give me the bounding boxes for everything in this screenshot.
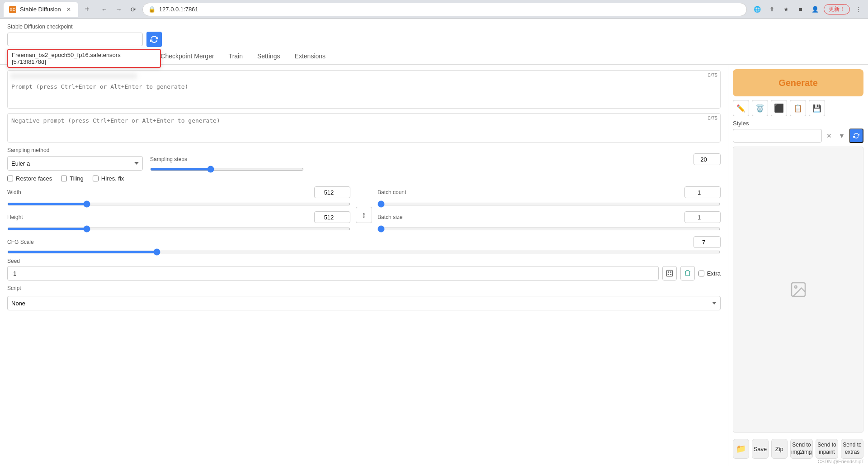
- tab-settings[interactable]: Settings: [250, 49, 288, 64]
- batch-size-group: Batch size: [377, 211, 721, 232]
- checkboxes-row: Restore faces Tiling Hires. fix: [7, 175, 721, 182]
- hires-fix-input[interactable]: [93, 176, 99, 181]
- height-slider[interactable]: [7, 228, 350, 230]
- send-extras-btn[interactable]: Send toextras: [841, 439, 863, 459]
- batch-group: Batch count Batch size: [377, 186, 721, 232]
- zip-btn[interactable]: Zip: [771, 439, 788, 459]
- forward-btn[interactable]: →: [113, 3, 125, 16]
- cfg-scale-input[interactable]: [693, 236, 721, 248]
- clipboard-btn[interactable]: 📋: [790, 100, 806, 116]
- svg-point-3: [668, 274, 669, 275]
- translate-btn[interactable]: 🌐: [751, 4, 763, 15]
- checkpoint-dropdown: Freeman_bs2_epoch50_fp16.safetensors [57…: [7, 33, 143, 46]
- restore-faces-label: Restore faces: [16, 175, 52, 182]
- reload-btn[interactable]: ⟳: [127, 3, 140, 16]
- profile-btn[interactable]: 👤: [809, 4, 821, 15]
- extensions-btn[interactable]: ■: [795, 4, 807, 15]
- styles-label: Styles: [733, 120, 863, 127]
- cfg-scale-slider[interactable]: [7, 251, 721, 253]
- menu-btn[interactable]: ⋮: [853, 4, 864, 15]
- seed-recycle-btn[interactable]: [680, 266, 695, 281]
- restore-faces-input[interactable]: [7, 176, 13, 181]
- batch-count-slider[interactable]: [377, 203, 721, 205]
- wh-group: Width Height: [7, 186, 350, 232]
- tiling-label: Tiling: [70, 175, 84, 182]
- sampling-steps-group: Sampling steps: [150, 153, 721, 171]
- seed-dice-btn[interactable]: [662, 266, 677, 281]
- checkpoint-refresh-btn[interactable]: [146, 32, 162, 47]
- sampling-steps-slider[interactable]: [150, 168, 304, 171]
- bookmark-btn[interactable]: ★: [780, 4, 792, 15]
- blurred-hint: [10, 73, 137, 79]
- styles-section: Styles ✕ ▼: [733, 120, 863, 143]
- send-img2img-btn[interactable]: Send toimg2img: [790, 439, 813, 459]
- script-label: Script: [7, 285, 721, 291]
- styles-input[interactable]: [733, 129, 822, 143]
- tab-close-btn[interactable]: ✕: [65, 5, 73, 14]
- save-style-btn[interactable]: 💾: [809, 100, 825, 116]
- styles-dropdown-btn[interactable]: ▼: [836, 130, 847, 141]
- styles-clear-btn[interactable]: ✕: [824, 130, 835, 141]
- tiling-checkbox[interactable]: Tiling: [61, 175, 84, 182]
- height-group: Height: [7, 211, 350, 232]
- styles-row: ✕ ▼: [733, 128, 863, 143]
- address-text: 127.0.0.1:7861: [159, 6, 198, 13]
- negative-prompt-input[interactable]: [8, 114, 720, 141]
- prompt-counter: 0/75: [708, 72, 717, 78]
- negative-prompt-section: 0/75: [7, 113, 721, 143]
- extra-checkbox-input[interactable]: [698, 271, 704, 276]
- back-btn[interactable]: ←: [98, 3, 111, 16]
- hires-fix-checkbox[interactable]: Hires. fix: [93, 175, 124, 182]
- update-btn[interactable]: 更新！: [824, 4, 850, 14]
- width-slider[interactable]: [7, 203, 350, 205]
- address-bar[interactable]: 🔒 127.0.0.1:7861: [142, 3, 747, 16]
- tab-title: Stable Diffusion: [20, 6, 61, 13]
- tab-checkpoint-merger[interactable]: Checkpoint Merger: [153, 49, 221, 64]
- batch-count-group: Batch count: [377, 186, 721, 207]
- extra-label: Extra: [707, 270, 721, 277]
- script-section: Script None: [7, 285, 721, 310]
- checkpoint-row: Freeman_bs2_epoch50_fp16.safetensors [57…: [7, 32, 861, 47]
- seed-input[interactable]: [7, 266, 659, 281]
- send-inpaint-btn[interactable]: Send toinpaint: [816, 439, 838, 459]
- folder-btn[interactable]: 📁: [733, 439, 749, 459]
- extra-checkbox[interactable]: Extra: [698, 270, 721, 277]
- share-btn[interactable]: ⇧: [766, 4, 778, 15]
- checkpoint-select[interactable]: [7, 33, 143, 46]
- script-select[interactable]: None: [7, 296, 721, 310]
- red-btn[interactable]: ⬛: [771, 100, 787, 116]
- batch-size-input[interactable]: [684, 211, 721, 223]
- new-tab-btn[interactable]: +: [81, 3, 94, 16]
- restore-faces-checkbox[interactable]: Restore faces: [7, 175, 52, 182]
- trash-btn[interactable]: 🗑️: [752, 100, 768, 116]
- tiling-input[interactable]: [61, 176, 67, 181]
- generate-btn[interactable]: Generate: [733, 69, 863, 96]
- batch-size-slider[interactable]: [377, 228, 721, 230]
- batch-count-input[interactable]: [684, 186, 721, 198]
- tab-extensions[interactable]: Extensions: [288, 49, 333, 64]
- batch-count-label: Batch count: [377, 189, 406, 195]
- sampling-method-select[interactable]: Euler a: [7, 156, 143, 171]
- seed-row: Extra: [7, 266, 721, 281]
- positive-prompt-input[interactable]: [8, 80, 720, 107]
- sampling-method-label: Sampling method: [7, 147, 143, 153]
- swap-dimensions-btn[interactable]: ↕: [356, 207, 372, 223]
- checkpoint-highlight[interactable]: Freeman_bs2_epoch50_fp16.safetensors [57…: [7, 49, 161, 68]
- browser-chrome: SD Stable Diffusion ✕ + ← → ⟳ 🔒 127.0.0.…: [0, 0, 868, 19]
- sampling-row: Sampling method Euler a Sampling steps: [7, 147, 721, 171]
- steps-header: Sampling steps: [150, 153, 721, 165]
- pen-btn[interactable]: ✏️: [733, 100, 749, 116]
- svg-rect-0: [666, 270, 672, 276]
- sampling-steps-input[interactable]: [693, 153, 721, 165]
- save-btn[interactable]: Save: [752, 439, 768, 459]
- cfg-scale-group: CFG Scale: [7, 236, 721, 253]
- svg-point-4: [670, 274, 671, 275]
- browser-tab[interactable]: SD Stable Diffusion ✕: [4, 2, 78, 17]
- tab-train[interactable]: Train: [222, 49, 250, 64]
- sampling-method-group: Sampling method Euler a: [7, 147, 143, 171]
- browser-actions: 🌐 ⇧ ★ ■ 👤 更新！ ⋮: [751, 4, 864, 15]
- styles-refresh-btn[interactable]: [849, 128, 863, 143]
- hires-fix-label: Hires. fix: [101, 175, 124, 182]
- height-input[interactable]: [314, 211, 350, 223]
- width-input[interactable]: [314, 186, 350, 198]
